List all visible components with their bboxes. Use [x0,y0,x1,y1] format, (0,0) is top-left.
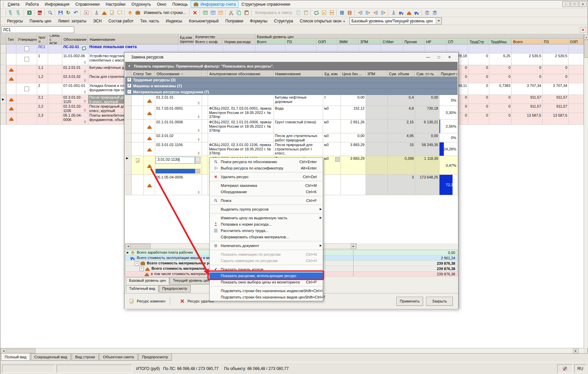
dialog-minimize-button[interactable]: — [423,53,433,60]
horizontal-scrollbar[interactable]: ◀ ▶ [0,348,584,353]
window-close-button[interactable]: ✕ [579,1,587,7]
toolbar-button-building-doc[interactable] [134,9,141,16]
panel-button-5[interactable]: Состав работ [105,18,137,24]
panel-button-7[interactable]: Индексы [163,18,186,24]
dialog-close-button[interactable]: ✕ [444,53,455,60]
menu-item-informer[interactable]: Информатор счета [191,1,238,8]
context-menu-item[interactable]: Материал заказчикаCtrl+M [210,182,323,189]
dialog-maximize-button[interactable]: □ [433,53,444,60]
open-windows-dropdown[interactable]: Список открытых окон▼ [296,18,347,24]
toolbar-button-refresh[interactable]: ↻ [64,9,72,16]
resource-group-row[interactable]: −Материальные ресурсы подрядчика (7) [125,89,458,95]
toolbar-button-delete-row[interactable] [191,9,199,16]
toolbar-button-resource-man[interactable] [126,9,134,16]
panel-button-1[interactable]: Ресурсы [4,18,26,24]
panel-button-6[interactable]: Тех. часть [137,18,162,24]
toolbar-button-copy-to-estimate[interactable] [294,9,302,16]
toolbar-button-estimate-wizard[interactable] [93,9,100,16]
apply-button[interactable]: Применить [396,297,423,306]
toolbar-button-tree-collapse[interactable] [15,9,23,16]
tab-3[interactable]: Вид строки [72,354,99,361]
panel-button-8[interactable]: Конъюнктурный [186,18,222,24]
toolbar-button-save[interactable] [57,9,64,16]
context-menu-item[interactable]: Сформировать сборник материалов... [210,234,323,240]
cell-reference-input[interactable] [1,26,74,33]
menu-item-8[interactable]: Помощь [169,1,191,7]
toolbar-button-copy-to-estimate[interactable]: Копировать в смету [253,10,294,15]
menu-item-3[interactable]: Информация [42,1,72,7]
toolbar-button-layers-blue[interactable] [431,9,438,16]
toolbar-button-goto-cell[interactable] [82,9,90,16]
toolbar-button-copy[interactable] [235,9,242,16]
justification-edit-input[interactable]: .3.01.02-1130 [156,157,195,164]
dialog-table-row[interactable]: 02.3.01.02-1106ФСБЦ-2022, 02.3.01.02-110… [125,142,458,156]
toolbar-button-tree-expand[interactable] [7,9,15,16]
toolbar-button-paste-to-estimate[interactable] [302,9,310,16]
menu-item-structural[interactable]: Структурные справочники [238,1,293,7]
collapse-icon[interactable]: − [139,267,144,271]
scroll-left-icon[interactable]: ◀ [1,349,6,353]
toolbar-button-indent-left[interactable] [364,9,372,16]
toolbar-button-clipboard-edit[interactable] [108,9,116,16]
context-menu-item[interactable]: Поиск ресурса по обоснованиюCtrl+Enter [210,158,323,165]
toolbar-button-table-money[interactable] [201,9,209,16]
toolbar-button-outdent-left[interactable] [379,9,387,16]
language-indicator[interactable]: RU [574,364,586,373]
toolbar-button-row-insert[interactable]: ⊞ [338,9,346,16]
collapse-icon[interactable]: − [127,90,131,94]
toolbar-button-row-remove[interactable]: ⊟ [346,9,354,16]
toolbar-button-undo[interactable]: ↶ [72,9,80,16]
price-level-combo[interactable]: Базовый уровень цен/Текущий уровень цен▼ [350,17,442,24]
collapse-icon[interactable]: − [135,261,139,266]
toolbar-button-page-p[interactable] [320,9,328,16]
approved-checkbox[interactable] [24,87,29,91]
ellipsis-button[interactable]: ... [195,157,200,164]
close-button[interactable]: Закрыть [426,297,453,306]
toolbar-button-table-edit[interactable] [209,9,217,16]
window-minimize-button[interactable]: – [562,1,570,7]
panel-button-4[interactable]: ЭСН [90,18,105,24]
context-menu-item[interactable]: Напечатать документ▶ [210,242,323,249]
resource-group-row[interactable]: +Машины и механизмы (7) [125,83,458,89]
context-menu-item[interactable]: Скрыть навигацию по ресурсамCtrl+H [210,257,323,264]
dialog-view-tab-2[interactable]: Предпросмотр [159,285,191,292]
context-menu-item[interactable]: Удалить ресурсCtrl+Del [210,173,323,180]
window-restore-button[interactable]: □ [571,1,578,7]
toolbar-button-bricks[interactable] [405,9,413,16]
expand-icon[interactable]: + [127,84,131,88]
toolbar-button-search[interactable] [46,9,54,16]
approved-checkbox[interactable] [24,57,29,61]
panel-button-9[interactable]: Поправки [222,18,247,24]
toolbar-button-green-book[interactable] [312,9,320,16]
collapse-triangle-icon[interactable]: ▼ [128,65,131,68]
menu-item-6[interactable]: Отдохнуть [128,1,154,7]
toolbar-button-compass[interactable] [390,9,397,16]
context-menu-item[interactable]: Изменить цену на выделенную часть▶ [210,215,323,221]
tab-4[interactable]: Объектная смета [99,354,138,361]
menu-item-5[interactable]: Настройки [103,1,128,7]
context-menu-item[interactable]: Выбор ресурса по классификаторуAlt+Enter [210,165,323,171]
toolbar-button-truck[interactable] [413,9,420,16]
menu-item-2[interactable]: Работа [22,1,42,7]
dialog-view-tab-1[interactable]: Табличный вид [126,285,159,292]
toolbar-button-materials[interactable] [100,9,108,16]
resource-group-row[interactable]: +Трудовые ресурсы (3) [125,77,458,83]
toolbar-button-layers-pink[interactable] [423,9,431,16]
tab-1[interactable]: Полный вид [1,353,30,361]
toolbar-button-outdent-right[interactable] [372,9,379,16]
context-menu-item[interactable]: Выделить группу ресурсов▶ [210,206,323,212]
toolbar-button-paste[interactable] [242,9,250,16]
context-menu-item[interactable]: ОборудованиеCtrl+K [210,189,323,195]
panel-button-2[interactable]: Панель цен [26,18,55,24]
context-menu-item[interactable]: Подсветить строки без назначенных видов … [210,294,323,300]
menu-item-4[interactable]: Справочники [72,1,103,7]
price-level-tab-2[interactable]: Текущий уровень цен [170,277,213,284]
scroll-right-icon[interactable]: ▶ [351,244,356,249]
vertical-scrollbar[interactable]: ▲ [584,34,588,348]
dialog-table-row[interactable]: 02.1.01.01-0006ФСБЦ-2022, 02.1.01.01-000… [125,120,458,133]
menu-item-7[interactable]: Окно [154,1,169,7]
toolbar-button-comment[interactable] [116,9,123,16]
chevron-down-icon[interactable]: ▼ [436,18,442,24]
context-menu-item[interactable]: Подсветить строки без назначенных индекс… [210,287,323,294]
context-menu-item[interactable]: Показать навигацию по ресурсамCtrl+N [210,251,323,257]
